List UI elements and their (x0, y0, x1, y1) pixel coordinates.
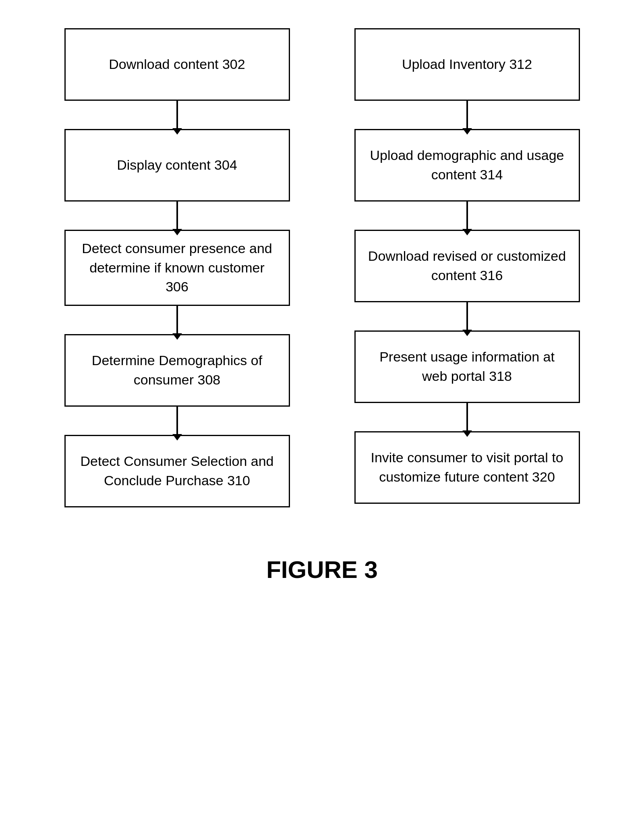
box-304-label: Display content 304 (117, 156, 237, 175)
arrow-312-314 (466, 101, 468, 129)
arrow-308-310 (176, 407, 178, 435)
box-306: Detect consumer presence and determine i… (64, 230, 290, 306)
left-column: Download content 302 Display content 304… (56, 28, 298, 507)
box-316: Download revised or customized content 3… (354, 230, 580, 302)
box-310: Detect Consumer Selection and Conclude P… (64, 435, 290, 507)
box-310-label: Detect Consumer Selection and Conclude P… (78, 452, 277, 490)
box-306-label: Detect consumer presence and determine i… (78, 239, 277, 297)
box-308: Determine Demographics of consumer 308 (64, 334, 290, 407)
box-314: Upload demographic and usage content 314 (354, 129, 580, 202)
arrow-318-320 (466, 403, 468, 431)
box-320: Invite consumer to visit portal to custo… (354, 431, 580, 504)
box-318-label: Present usage information at web portal … (368, 347, 567, 386)
arrow-314-316 (466, 202, 468, 230)
figure-caption: FIGURE 3 (266, 556, 378, 584)
right-column: Upload Inventory 312 Upload demographic … (346, 28, 588, 507)
arrow-304-306 (176, 202, 178, 230)
box-314-label: Upload demographic and usage content 314 (368, 146, 567, 184)
diagram-container: Download content 302 Display content 304… (24, 28, 620, 507)
box-302-label: Download content 302 (109, 55, 245, 74)
box-316-label: Download revised or customized content 3… (368, 247, 567, 285)
arrow-306-308 (176, 306, 178, 334)
arrow-302-304 (176, 101, 178, 129)
box-312: Upload Inventory 312 (354, 28, 580, 101)
box-312-label: Upload Inventory 312 (402, 55, 532, 74)
box-320-label: Invite consumer to visit portal to custo… (368, 448, 567, 486)
box-308-label: Determine Demographics of consumer 308 (78, 351, 277, 389)
arrow-316-318 (466, 302, 468, 330)
box-302: Download content 302 (64, 28, 290, 101)
box-304: Display content 304 (64, 129, 290, 202)
box-318: Present usage information at web portal … (354, 330, 580, 403)
